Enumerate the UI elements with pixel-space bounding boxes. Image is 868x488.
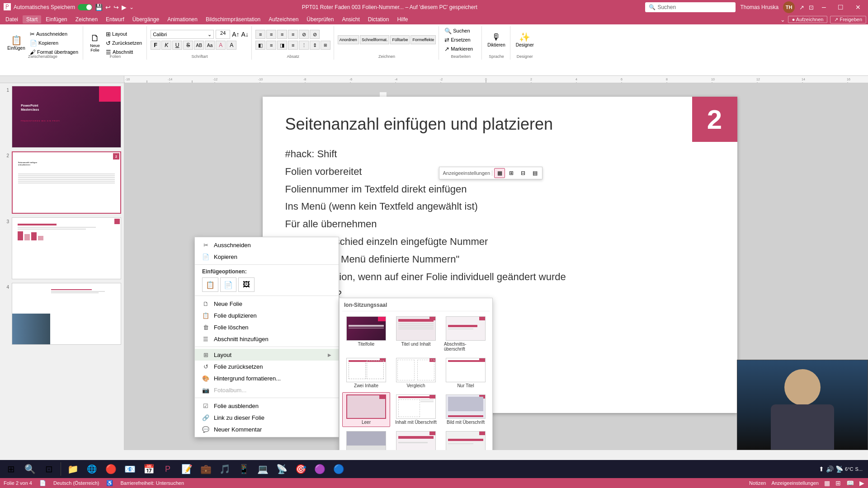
taskbar-app1[interactable]: 🎵: [216, 460, 234, 478]
menu-entwurf[interactable]: Entwurf: [102, 15, 128, 23]
vt-btn-2[interactable]: ⊞: [506, 168, 517, 178]
btn-align-left[interactable]: ◧: [255, 41, 265, 50]
qs-save-icon[interactable]: 💾: [95, 4, 103, 11]
cm-abschnitt[interactable]: ☰ Abschnitt hinzufügen: [195, 333, 339, 345]
btn-strikethrough[interactable]: S: [183, 41, 193, 50]
system-tray-icons[interactable]: ⬆ 🔊 📡: [819, 465, 843, 473]
taskbar-app3[interactable]: 💻: [254, 460, 272, 478]
btn-font-color[interactable]: A: [216, 41, 226, 50]
ls-titelfolie[interactable]: Titelfolie: [342, 314, 390, 354]
slide-img-4[interactable]: [12, 283, 121, 345]
ls-abschnitt[interactable]: Abschnitts-überschrift: [442, 314, 490, 354]
taskbar-onenote[interactable]: 📝: [178, 460, 196, 478]
btn-smartart1[interactable]: ⊘: [299, 30, 309, 39]
share-icon[interactable]: ↗: [799, 4, 804, 11]
ls-inhalt-ueberschrift[interactable]: Inhalt mit Überschrift: [392, 392, 440, 427]
btn-align-right[interactable]: ◨: [277, 41, 287, 50]
btn-markieren[interactable]: ↗ Markieren: [443, 45, 479, 53]
slide-thumb-3[interactable]: 3: [2, 216, 122, 280]
btn-ausschneiden[interactable]: ✂ Ausschneiden: [28, 30, 80, 38]
btn-diktieren[interactable]: 🎙 Diktieren: [486, 26, 507, 53]
menu-animationen[interactable]: Animationen: [164, 15, 201, 23]
ls-vergleich[interactable]: Vergleich: [392, 356, 440, 390]
view-normal-icon[interactable]: ▦: [824, 479, 830, 487]
btn-designer[interactable]: ✨ Designer: [514, 26, 536, 53]
share-btn[interactable]: ↗ Freigeben: [830, 16, 866, 23]
close-btn[interactable]: ✕: [852, 4, 864, 11]
font-family-selector[interactable]: Calibri ⌄: [151, 30, 214, 39]
btn-col[interactable]: ⋮: [299, 41, 309, 50]
slide-thumb-1[interactable]: 1 PowerPointMasterclass PRÄSENTIEREN WIE…: [2, 85, 122, 149]
btn-layout[interactable]: ⊞ Layout: [104, 30, 144, 38]
font-size-input[interactable]: 24: [216, 30, 230, 39]
taskbar-start[interactable]: ⊞: [2, 460, 20, 478]
cm-paste-3[interactable]: 🖼: [238, 277, 255, 292]
record-btn[interactable]: ● Aufzeichnen: [788, 16, 828, 23]
vt-btn-3[interactable]: ⊟: [518, 168, 528, 178]
btn-list-ordered[interactable]: ≡: [266, 30, 276, 39]
ls-bild-ueberschrift[interactable]: Bild mit Überschrift: [442, 392, 490, 427]
btn-smartart2[interactable]: ⊘: [310, 30, 320, 39]
qs-undo-icon[interactable]: ↩: [105, 4, 111, 11]
btn-justify[interactable]: ≡: [288, 41, 298, 50]
cm-fotoalbum[interactable]: 📷 Fotoalbum...: [195, 384, 339, 396]
slide-thumb-2[interactable]: 2 2 Seitenanzahl einfügenund platzieren: [2, 150, 122, 215]
slide-thumb-4[interactable]: 4: [2, 282, 122, 346]
btn-ersetzen[interactable]: ⇄ Ersetzen: [443, 36, 479, 44]
taskbar-powerpoint[interactable]: P: [159, 460, 177, 478]
maximize-btn[interactable]: ☐: [834, 4, 847, 11]
btn-fill[interactable]: Fülltarbe: [390, 35, 410, 44]
btn-kopieren[interactable]: 📄 Kopieren: [28, 39, 80, 47]
menu-ueberpruefen[interactable]: Überprüfen: [303, 15, 337, 23]
menu-hilfe[interactable]: Hilfe: [393, 15, 411, 23]
autosave-toggle[interactable]: [78, 4, 92, 10]
ls-leer[interactable]: Leer: [342, 392, 390, 427]
ls-titel-beschriftung[interactable]: Titel und Beschriftung: [392, 429, 440, 450]
taskbar-app4[interactable]: 📡: [273, 460, 291, 478]
ls-nur-titel[interactable]: Nur Titel: [442, 356, 490, 390]
cm-paste-1[interactable]: 📋: [202, 277, 218, 292]
cm-ausschneiden[interactable]: ✂ Ausschneiden: [195, 239, 339, 251]
slide-panel[interactable]: 1 PowerPointMasterclass PRÄSENTIEREN WIE…: [0, 83, 124, 450]
slide-img-1[interactable]: PowerPointMasterclass PRÄSENTIEREN WIE E…: [12, 86, 121, 148]
taskbar-app5[interactable]: 🎯: [292, 460, 310, 478]
taskbar-teams[interactable]: 💼: [197, 460, 215, 478]
qs-redo-icon[interactable]: ↪: [113, 4, 119, 11]
btn-shadow[interactable]: AB: [194, 41, 204, 50]
taskbar-explorer[interactable]: 📁: [64, 460, 82, 478]
taskbar-app6[interactable]: 🟣: [311, 460, 329, 478]
cm-folie-loeschen[interactable]: 🗑 Folie löschen: [195, 321, 339, 333]
menu-uebergaenge[interactable]: Übergänge: [129, 15, 163, 23]
qs-pres-icon[interactable]: ▶: [122, 4, 127, 11]
menu-aufzeichnen[interactable]: Aufzeichnen: [265, 15, 302, 23]
status-view[interactable]: Anzeigeeinstellungen: [771, 480, 819, 486]
view-read-icon[interactable]: 📖: [846, 479, 854, 487]
btn-outline[interactable]: Formeffekte: [410, 35, 436, 44]
taskbar-outlook[interactable]: 📧: [121, 460, 139, 478]
taskbar-firefox[interactable]: 🔴: [102, 460, 120, 478]
ls-namenskarte[interactable]: Namenskarte: [442, 429, 490, 450]
btn-direction[interactable]: ⇕: [310, 41, 320, 50]
btn-einfuegen[interactable]: 📋 Einfügen: [5, 29, 27, 56]
slide-img-3[interactable]: [12, 217, 121, 279]
taskbar-taskview[interactable]: ⊡: [40, 460, 58, 478]
taskbar-app7[interactable]: 🔵: [330, 460, 348, 478]
cm-kopieren[interactable]: 📄 Kopieren: [195, 251, 339, 263]
slide-img-2[interactable]: 2 Seitenanzahl einfügenund platzieren: [12, 151, 121, 214]
menu-ansicht[interactable]: Ansicht: [338, 15, 363, 23]
qs-more-icon[interactable]: ⌄: [129, 4, 134, 10]
btn-suchen[interactable]: 🔍 Suchen: [443, 27, 479, 35]
cm-folie-duplizieren[interactable]: 📋 Folie duplizieren: [195, 310, 339, 321]
taskbar-search[interactable]: 🔍: [21, 460, 39, 478]
vt-btn-1[interactable]: ▦: [494, 168, 505, 178]
btn-italic[interactable]: K: [161, 41, 171, 50]
btn-zuruecksetzen[interactable]: ↺ Zurücksetzen: [104, 39, 144, 47]
font-size-up-icon[interactable]: A↑: [232, 31, 239, 38]
cm-kommentar[interactable]: 💬 Neuer Kommentar: [195, 423, 339, 435]
window-options-icon[interactable]: ⊡: [809, 4, 814, 11]
menu-datei[interactable]: Datei: [2, 15, 22, 23]
taskbar-calendar[interactable]: 📅: [140, 460, 158, 478]
ls-panorama[interactable]: Panoramabild mit Beschriftung: [342, 429, 390, 450]
btn-underline[interactable]: U: [172, 41, 182, 50]
btn-bold[interactable]: F: [151, 41, 160, 50]
